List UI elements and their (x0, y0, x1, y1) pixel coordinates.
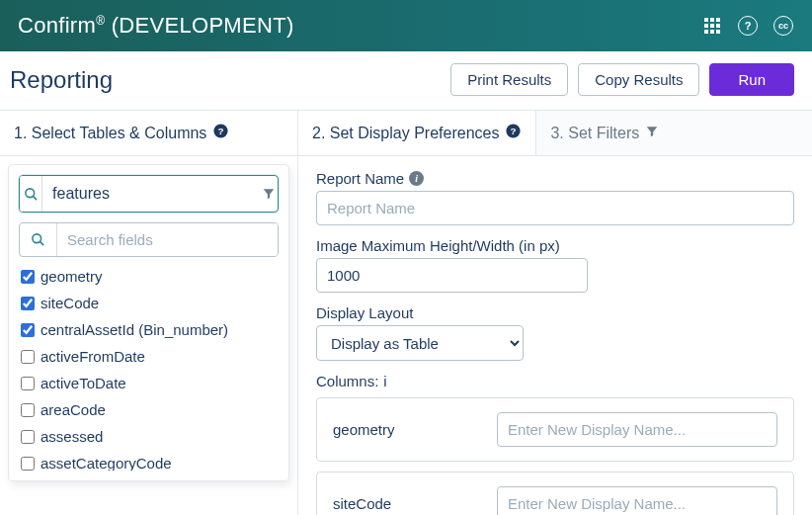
tab-display-preferences-label: 2. Set Display Preferences (312, 125, 499, 142)
field-label: assetCategoryCode (41, 455, 172, 471)
columns-section-label: Columns: i (316, 373, 794, 389)
field-label: siteCode (41, 295, 99, 311)
field-label: activeToDate (41, 375, 126, 391)
page-subheader: Reporting Print Results Copy Results Run (0, 51, 812, 111)
header-actions: ? cc (701, 15, 794, 37)
tab-set-filters[interactable]: 3. Set Filters (536, 111, 812, 155)
field-row[interactable]: activeToDate (19, 370, 277, 396)
apps-grid-icon[interactable] (701, 15, 723, 37)
column-display-name-input[interactable] (497, 412, 777, 447)
field-label: areaCode (41, 401, 106, 418)
help-circle-icon[interactable]: ? (505, 123, 522, 143)
field-checkbox[interactable] (21, 403, 35, 417)
table-search-input[interactable] (42, 176, 260, 212)
brand-sup: ® (96, 14, 105, 28)
field-row[interactable]: centralAssetId (Bin_number) (19, 316, 277, 343)
field-list[interactable]: geometrysiteCodecentralAssetId (Bin_numb… (19, 263, 279, 471)
tab-select-tables-label: 1. Select Tables & Columns (14, 125, 206, 142)
brand: Confirm® (DEVELOPMENT) (18, 13, 294, 39)
column-card: siteCode (316, 472, 794, 515)
help-circle-icon[interactable]: ? (212, 123, 229, 143)
info-icon[interactable]: i (383, 373, 386, 389)
page-actions: Print Results Copy Results Run (450, 63, 794, 96)
tab-display-preferences[interactable]: 2. Set Display Preferences ? (298, 111, 536, 155)
right-tabs: 2. Set Display Preferences ? 3. Set Filt… (298, 111, 812, 156)
column-card: geometry (316, 397, 794, 462)
table-search (19, 175, 279, 213)
svg-point-4 (33, 234, 41, 243)
svg-text:?: ? (511, 126, 517, 136)
copy-results-button[interactable]: Copy Results (578, 63, 699, 96)
search-icon (20, 176, 42, 212)
svg-line-3 (33, 196, 37, 200)
help-icon[interactable]: ? (737, 15, 759, 37)
image-max-label: Image Maximum Height/Width (in px) (316, 237, 794, 254)
report-name-input[interactable] (316, 191, 794, 225)
filter-icon[interactable] (260, 176, 278, 212)
svg-point-2 (25, 188, 34, 197)
field-label: geometry (41, 268, 103, 285)
column-name: geometry (333, 421, 481, 438)
display-layout-select[interactable]: Display as Table (316, 325, 524, 361)
column-display-name-input[interactable] (497, 486, 777, 515)
field-row[interactable]: activeFromDate (19, 343, 277, 370)
brand-name: Confirm (18, 13, 96, 38)
field-search (19, 222, 279, 257)
app-header: Confirm® (DEVELOPMENT) ? cc (0, 0, 812, 51)
field-checkbox[interactable] (21, 297, 35, 310)
tab-set-filters-label: 3. Set Filters (550, 125, 639, 142)
filter-icon (645, 125, 659, 142)
field-checkbox[interactable] (21, 350, 35, 364)
column-name: siteCode (333, 495, 481, 512)
field-checkbox[interactable] (21, 430, 35, 444)
report-name-label: Report Name i (316, 170, 794, 187)
field-row[interactable]: geometry (19, 263, 277, 290)
svg-line-5 (40, 241, 43, 245)
tab-select-tables: 1. Select Tables & Columns ? (0, 111, 297, 156)
field-row[interactable]: assessed (19, 423, 277, 450)
display-layout-label: Display Layout (316, 304, 794, 321)
field-search-input[interactable] (57, 223, 278, 256)
field-label: activeFromDate (41, 348, 145, 365)
brand-env: (DEVELOPMENT) (105, 13, 293, 38)
field-checkbox[interactable] (21, 270, 35, 284)
image-max-input[interactable] (316, 258, 588, 293)
right-column: 2. Set Display Preferences ? 3. Set Filt… (298, 111, 812, 515)
page-title: Reporting (10, 66, 113, 94)
field-checkbox[interactable] (21, 457, 35, 471)
field-label: centralAssetId (Bin_number) (41, 321, 228, 338)
main-columns: 1. Select Tables & Columns ? (0, 111, 812, 515)
field-row[interactable]: assetCategoryCode (19, 450, 277, 471)
left-column: 1. Select Tables & Columns ? (0, 111, 298, 515)
print-results-button[interactable]: Print Results (450, 63, 568, 96)
field-checkbox[interactable] (21, 377, 35, 390)
run-button[interactable]: Run (709, 63, 794, 96)
field-checkbox[interactable] (21, 323, 35, 337)
field-row[interactable]: siteCode (19, 290, 277, 316)
info-icon[interactable]: i (409, 171, 424, 186)
tables-panel: geometrysiteCodecentralAssetId (Bin_numb… (8, 164, 289, 481)
field-label: assessed (41, 428, 103, 445)
display-preferences-form: Report Name i Image Maximum Height/Width… (298, 156, 812, 515)
field-row[interactable]: areaCode (19, 396, 277, 423)
cc-icon[interactable]: cc (772, 15, 794, 37)
search-icon (20, 223, 57, 256)
svg-text:?: ? (218, 126, 224, 136)
